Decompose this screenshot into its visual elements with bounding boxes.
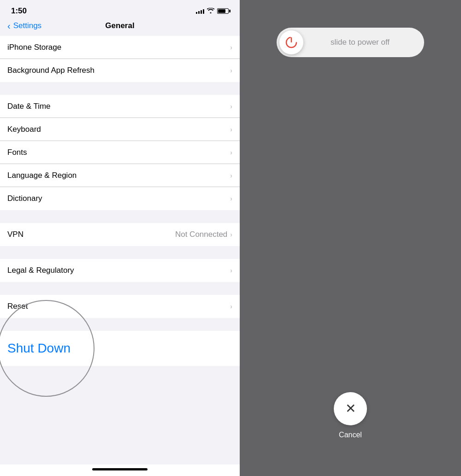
chevron-icon: › [230,126,232,133]
date-time-label: Date & Time [7,102,51,111]
power-thumb [279,30,303,54]
nav-bar: ‹ Settings General [0,19,240,36]
cancel-x-icon: ✕ [345,402,356,415]
chevron-icon: › [230,103,232,110]
reset-row[interactable]: Reset › [0,295,240,318]
home-bar [92,468,148,470]
power-icon [285,36,298,49]
shut-down-container: Shut Down [0,331,240,366]
cancel-label: Cancel [339,431,362,439]
iphone-storage-label: iPhone Storage [7,43,61,52]
language-region-label: Language & Region [7,171,77,180]
status-icons [196,7,229,15]
shut-down-label[interactable]: Shut Down [7,341,71,355]
keyboard-row[interactable]: Keyboard › [0,118,240,141]
chevron-icon: › [230,267,232,274]
signal-icon [196,8,204,14]
section-spacer-5 [0,318,240,331]
language-region-row[interactable]: Language & Region › [0,164,240,187]
chevron-icon: › [230,172,232,179]
power-slider[interactable]: slide to power off [277,28,424,57]
section-language: Date & Time › Keyboard › Fonts › Languag… [0,95,240,210]
dictionary-label: Dictionary [7,194,42,203]
page-title: General [105,21,134,30]
reset-label: Reset [7,302,28,311]
status-bar: 1:50 [0,0,240,19]
wifi-icon [207,7,214,15]
legal-regulatory-label: Legal & Regulatory [7,266,74,275]
power-off-overlay: slide to power off ✕ Cancel [240,0,461,476]
chevron-icon: › [230,231,232,238]
settings-list: iPhone Storage › Background App Refresh … [0,36,240,464]
chevron-icon: › [230,149,232,156]
chevron-icon: › [230,303,232,310]
cancel-button[interactable]: ✕ [334,392,367,425]
section-spacer-4 [0,282,240,295]
chevron-icon: › [230,195,232,202]
slider-text: slide to power off [303,38,421,47]
section-spacer-2 [0,210,240,223]
fonts-label: Fonts [7,148,27,157]
section-legal: Legal & Regulatory › [0,259,240,282]
vpn-value: Not Connected [175,230,227,239]
home-indicator [0,464,240,476]
date-time-row[interactable]: Date & Time › [0,95,240,118]
shut-down-row[interactable]: Shut Down [0,331,240,366]
fonts-row[interactable]: Fonts › [0,141,240,164]
cancel-container: ✕ Cancel [334,392,367,439]
status-time: 1:50 [11,6,27,16]
section-reset: Reset › [0,295,240,318]
back-button[interactable]: ‹ Settings [7,21,41,31]
back-label[interactable]: Settings [13,21,41,30]
legal-regulatory-row[interactable]: Legal & Regulatory › [0,259,240,282]
chevron-icon: › [230,44,232,51]
chevron-icon: › [230,67,232,74]
settings-panel: 1:50 ‹ Settings [0,0,240,476]
background-app-refresh-label: Background App Refresh [7,66,95,75]
dictionary-row[interactable]: Dictionary › [0,187,240,210]
battery-icon [217,8,229,14]
vpn-label: VPN [7,230,24,239]
section-vpn: VPN Not Connected › [0,223,240,246]
iphone-storage-row[interactable]: iPhone Storage › [0,36,240,59]
vpn-row[interactable]: VPN Not Connected › [0,223,240,246]
section-spacer-1 [0,82,240,95]
section-storage: iPhone Storage › Background App Refresh … [0,36,240,82]
section-spacer-3 [0,246,240,259]
background-app-refresh-row[interactable]: Background App Refresh › [0,59,240,82]
keyboard-label: Keyboard [7,125,41,134]
back-chevron-icon: ‹ [7,21,11,31]
